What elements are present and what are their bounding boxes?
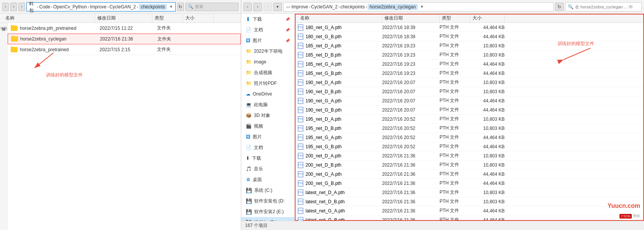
- folder-icon: [11, 47, 18, 53]
- file-name-cell: PTH 185_net_G_A.pth: [298, 61, 382, 67]
- file-type-cell: PTH 文件: [440, 180, 470, 186]
- right-file-row[interactable]: PTH 200_net_D_B.pth 2022/7/16 21:36 PTH …: [295, 160, 644, 170]
- right-file-row[interactable]: PTH 190_net_G_B.pth 2022/7/16 20:07 PTH …: [295, 105, 644, 115]
- nav-item[interactable]: 💻此电脑: [241, 99, 294, 110]
- file-size-cell: 44,464 KB: [470, 62, 505, 67]
- nav-item[interactable]: 💾软件安装2 (E:): [241, 206, 294, 217]
- nav-item[interactable]: 📁合成视频: [241, 67, 294, 78]
- right-up-button[interactable]: ↑: [263, 3, 272, 11]
- file-date-cell: 2022/7/16 21:36: [382, 208, 440, 214]
- nav-item[interactable]: ☁OneDrive: [241, 89, 294, 99]
- nav-item[interactable]: 🖼图片📌: [241, 35, 294, 46]
- col-header-name[interactable]: 名称: [3, 14, 95, 23]
- right-file-row[interactable]: PTH 185_net_G_B.pth 2022/7/16 19:23 PTH …: [295, 69, 644, 78]
- left-file-row[interactable]: horse2zebra_cyclegan 2022/7/16 21:36 文件夹: [8, 34, 241, 44]
- nav-item[interactable]: 📁2022年下研电: [241, 46, 294, 57]
- right-file-row[interactable]: PTH 200_net_G_A.pth 2022/7/16 21:36 PTH …: [295, 170, 644, 179]
- right-file-row[interactable]: PTH 200_net_G_B.pth 2022/7/16 21:36 PTH …: [295, 179, 644, 188]
- nav-item-label: 音乐: [254, 166, 290, 172]
- col-header-date[interactable]: 修改日期: [95, 14, 152, 23]
- right-search-bar[interactable]: 🔍: [565, 2, 642, 11]
- nav-item[interactable]: 🖼图片: [241, 131, 294, 142]
- right-file-row[interactable]: PTH latest_net_G_A.pth 2022/7/16 21:36 P…: [295, 206, 644, 215]
- nav-item[interactable]: ⬇下载: [241, 153, 294, 164]
- right-file-row[interactable]: PTH 195_net_D_B.pth 2022/7/16 20:52 PTH …: [295, 124, 644, 133]
- nav-item[interactable]: 📄文档📌: [241, 24, 294, 35]
- right-file-row[interactable]: PTH 195_net_D_A.pth 2022/7/16 20:52 PTH …: [295, 115, 644, 124]
- right-file-row[interactable]: PTH 200_net_D_A.pth 2022/7/16 21:36 PTH …: [295, 151, 644, 160]
- left-refresh-button[interactable]: ↻: [177, 3, 184, 11]
- nav-item-label: 文档: [254, 27, 283, 33]
- file-name-cell: PTH latest_net_G_B.pth: [298, 217, 382, 221]
- folder-icon: [11, 25, 18, 31]
- right-file-row[interactable]: PTH 195_net_G_A.pth 2022/7/16 20:52 PTH …: [295, 133, 644, 142]
- nav-item[interactable]: 🎬视频: [241, 121, 294, 131]
- right-forward-button[interactable]: ›: [253, 3, 262, 11]
- right-file-row[interactable]: PTH latest_net_G_B.pth 2022/7/16 21:36 P…: [295, 215, 644, 221]
- nav-item[interactable]: 💾软件安装包 (D:: [241, 196, 294, 206]
- pin-icon: 📌: [285, 39, 290, 43]
- col-header-size[interactable]: 大小: [183, 14, 214, 23]
- forward-button[interactable]: ›: [10, 3, 17, 11]
- left-file-row[interactable]: horse2zebra.pth_pretrained 2022/7/15 11:…: [8, 23, 241, 34]
- file-name-cell: PTH 190_net_G_B.pth: [298, 107, 382, 113]
- search-hint: 搜索: [195, 4, 203, 10]
- search-icon: 🔍: [188, 4, 193, 9]
- nav-item[interactable]: 🖥桌面: [241, 174, 294, 185]
- right-file-row[interactable]: PTH 185_net_D_A.pth 2022/7/16 19:23 PTH …: [295, 41, 644, 50]
- nav-item[interactable]: 🎵音乐: [241, 164, 294, 174]
- right-breadcrumb[interactable]: «« Improve › CycleGAN_2 › checkpoints › …: [283, 2, 554, 11]
- file-type-cell: PTH 文件: [440, 33, 470, 40]
- right-file-row[interactable]: PTH 180_net_G_A.pth 2022/7/16 18:39 PTH …: [295, 23, 644, 32]
- nav-item[interactable]: 💾资料包 (F:): [241, 217, 294, 221]
- nav-item[interactable]: 📦3D 对象: [241, 110, 294, 121]
- file-icon: PTH: [298, 217, 303, 221]
- right-file-row[interactable]: PTH 190_net_G_A.pth 2022/7/16 20:07 PTH …: [295, 96, 644, 105]
- right-file-row[interactable]: PTH 190_net_D_B.pth 2022/7/16 20:07 PTH …: [295, 87, 644, 96]
- breadcrumb-part: Improve: [291, 4, 308, 10]
- nav-item[interactable]: 📄文档: [241, 142, 294, 153]
- right-file-row[interactable]: PTH latest_net_D_A.pth 2022/7/16 21:36 P…: [295, 188, 644, 197]
- file-type-cell: PTH 文件: [440, 143, 470, 150]
- rcol-header-size[interactable]: 大小: [470, 14, 505, 23]
- right-recent-button[interactable]: ▼: [273, 3, 282, 11]
- right-file-row[interactable]: PTH 195_net_G_B.pth 2022/7/16 20:52 PTH …: [295, 142, 644, 151]
- file-date-cell: 2022/7/16 19:23: [382, 62, 440, 67]
- up-button[interactable]: ↑: [18, 3, 25, 11]
- nav-item[interactable]: 💾系统 (C:): [241, 185, 294, 196]
- left-breadcrumb[interactable]: 资料包 (F:) › Code › OpenCv_Python › Improv…: [26, 2, 176, 11]
- col-header-type[interactable]: 类型: [152, 14, 183, 23]
- file-date-cell: 2022/7/16 20:07: [382, 107, 440, 113]
- file-date-cell: 2022/7/16 21:36: [382, 190, 440, 195]
- file-icon: PTH: [298, 199, 303, 205]
- back-button[interactable]: ‹: [2, 3, 9, 11]
- nav-item[interactable]: 📁照片转PDF: [241, 78, 294, 89]
- right-file-row[interactable]: PTH 180_net_G_B.pth 2022/7/16 18:39 PTH …: [295, 32, 644, 41]
- file-name-cell: PTH 195_net_D_B.pth: [298, 125, 382, 131]
- search-icon: 🔍: [568, 4, 574, 10]
- left-annotation-text: 训练好的模型文件: [46, 72, 83, 78]
- file-date-cell: 2022/7/16 20:07: [382, 98, 440, 104]
- file-size-cell: 44,464 KB: [470, 172, 505, 177]
- right-refresh-button[interactable]: ↻: [555, 3, 564, 11]
- nav-item[interactable]: ⬇下载📌: [241, 14, 294, 24]
- left-search-button[interactable]: 🔍 搜索: [185, 3, 239, 11]
- search-input[interactable]: [575, 5, 639, 9]
- right-file-row[interactable]: PTH 190_net_D_A.pth 2022/7/16 20:07 PTH …: [295, 78, 644, 87]
- file-date-cell: 2022/7/16 21:36: [100, 36, 157, 42]
- right-file-row[interactable]: PTH latest_net_D_B.pth 2022/7/16 21:36 P…: [295, 197, 644, 206]
- file-type-cell: PTH 文件: [440, 88, 470, 95]
- rcol-header-type[interactable]: 类型: [440, 14, 470, 23]
- file-name-cell: PTH 190_net_D_A.pth: [298, 79, 382, 86]
- left-file-row[interactable]: horse2zebra_pretrained 2022/7/15 2:15 文件…: [8, 44, 241, 55]
- rcol-header-date[interactable]: 修改日期: [382, 14, 440, 23]
- file-icon: PTH: [298, 61, 303, 67]
- folder-icon: [11, 36, 18, 42]
- rcol-header-name[interactable]: 名称: [298, 14, 382, 23]
- right-file-row[interactable]: PTH 185_net_D_B.pth 2022/7/16 19:23 PTH …: [295, 50, 644, 60]
- file-date-cell: 2022/7/16 18:39: [382, 25, 440, 30]
- file-type-cell: 文件夹: [157, 25, 188, 31]
- right-back-button[interactable]: ‹: [244, 3, 252, 11]
- nav-item[interactable]: 📁image: [241, 57, 294, 67]
- right-file-row[interactable]: PTH 185_net_G_A.pth 2022/7/16 19:23 PTH …: [295, 60, 644, 69]
